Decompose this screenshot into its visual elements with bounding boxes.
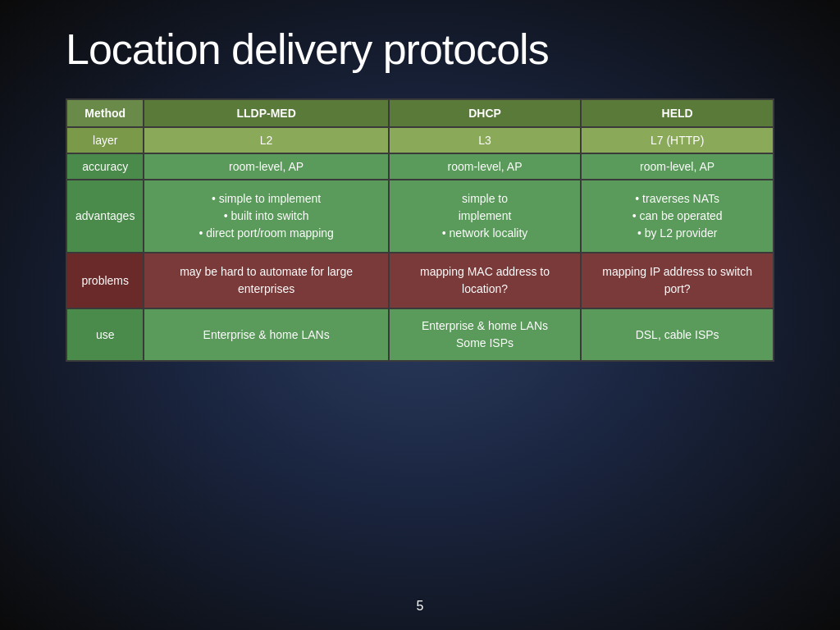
advantages-row: advantages simple to implement built int… [66,180,774,253]
header-held: HELD [581,99,774,127]
adv-lldp-item2: built into switch [153,208,379,225]
adv-held-item3: by L2 provider [590,225,765,242]
layer-label: layer [66,127,144,153]
adv-dhcp-line1: simple to [462,192,508,205]
advantages-label: advantages [66,180,144,253]
problems-held: mapping IP address to switch port? [581,253,774,308]
advantages-held: traverses NATs can be operated by L2 pro… [581,180,774,253]
adv-lldp-item3: direct port/room mapping [153,225,379,242]
layer-held: L7 (HTTP) [581,127,774,153]
header-method: Method [66,99,144,127]
page-title: Location delivery protocols [0,0,840,90]
use-dhcp: Enterprise & home LANs Some ISPs [389,308,581,361]
use-lldp: Enterprise & home LANs [144,308,388,361]
adv-held-item1: traverses NATs [590,190,765,208]
adv-dhcp-line3: network locality [450,226,528,240]
use-held: DSL, cable ISPs [581,308,774,361]
layer-lldp: L2 [144,127,388,153]
use-dhcp-line1: Enterprise & home LANs [422,319,548,332]
header-dhcp: DHCP [389,99,581,127]
adv-lldp-item1: simple to implement [153,190,379,208]
accuracy-label: accuracy [66,153,144,180]
header-lldp: LLDP-MED [144,99,388,127]
problems-dhcp: mapping MAC address to location? [389,253,581,308]
problems-row: problems may be hard to automate for lar… [66,253,774,308]
layer-dhcp: L3 [389,127,581,153]
use-label: use [66,308,144,361]
accuracy-held: room-level, AP [581,153,774,180]
content-table-wrapper: Method LLDP-MED DHCP HELD layer L2 L3 L7… [0,90,840,362]
adv-dhcp-line2: implement [459,209,512,222]
adv-held-item2: can be operated [590,208,765,225]
advantages-dhcp: simple to implement • network locality [389,180,581,253]
problems-lldp: may be hard to automate for large enterp… [144,253,388,308]
use-row: use Enterprise & home LANs Enterprise & … [66,308,774,361]
table-header-row: Method LLDP-MED DHCP HELD [66,99,774,127]
accuracy-lldp: room-level, AP [144,153,388,180]
use-dhcp-line2: Some ISPs [456,336,514,349]
protocols-table: Method LLDP-MED DHCP HELD layer L2 L3 L7… [66,98,774,362]
layer-row: layer L2 L3 L7 (HTTP) [66,127,774,153]
page-number: 5 [417,599,424,614]
advantages-lldp: simple to implement built into switch di… [144,180,388,253]
accuracy-dhcp: room-level, AP [389,153,581,180]
problems-label: problems [66,253,144,308]
accuracy-row: accuracy room-level, AP room-level, AP r… [66,153,774,180]
